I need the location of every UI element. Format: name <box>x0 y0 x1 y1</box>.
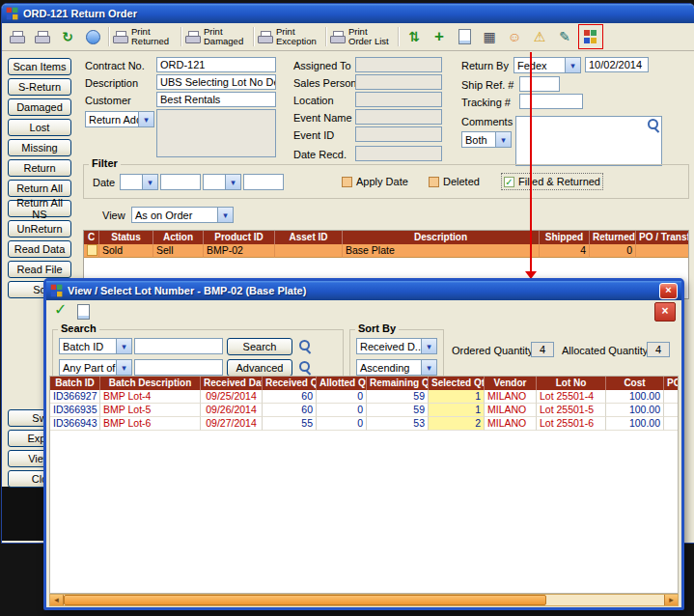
lot-column-header[interactable]: Allotted Qty <box>317 377 367 390</box>
web-icon[interactable] <box>81 25 104 48</box>
advanced-search-input[interactable] <box>134 359 223 376</box>
print-exception-button[interactable]: Print Exception <box>258 25 321 48</box>
printer-icon <box>10 31 25 43</box>
combo-value: Any Part of ... <box>60 362 116 374</box>
alert-icon[interactable]: ⚠ <box>528 25 551 48</box>
contract-field[interactable]: ORD-121 <box>156 57 276 72</box>
scroll-right-arrow[interactable]: ▸ <box>664 595 678 605</box>
order-column-header[interactable]: Status <box>99 231 153 244</box>
smiley-icon[interactable]: ☺ <box>503 25 526 48</box>
order-column-header[interactable]: Asset ID <box>275 231 343 244</box>
search-button[interactable]: Search <box>227 338 292 355</box>
tracking-label: Tracking # <box>461 97 511 108</box>
sidebar-button-s-return[interactable]: S-Return <box>8 78 71 96</box>
lot-column-header[interactable]: Cost <box>606 377 664 390</box>
report-icon[interactable] <box>77 304 90 320</box>
advanced-search-icon[interactable] <box>298 360 312 374</box>
order-column-header[interactable]: C <box>84 231 99 244</box>
lot-cell: 0 <box>317 417 367 431</box>
date-from-combo[interactable]: ▾ <box>120 174 158 190</box>
comments-mode-combo[interactable]: Both ▾ <box>461 131 512 148</box>
select-lot-number-icon[interactable] <box>578 24 603 49</box>
tracking-field[interactable] <box>519 94 583 109</box>
order-column-header[interactable]: Description <box>343 231 540 244</box>
copy-icon[interactable] <box>453 25 476 48</box>
date-to-combo[interactable]: ▾ <box>203 174 241 190</box>
lot-column-header[interactable]: Received Date <box>201 377 263 390</box>
calculator-icon[interactable]: ▦ <box>478 25 501 48</box>
order-column-header[interactable]: Shipped <box>540 231 590 244</box>
filled-returned-checkbox[interactable]: ✓ Filled & Returned <box>504 176 600 187</box>
cancel-button[interactable]: × <box>654 302 676 322</box>
order-column-header[interactable]: Returned <box>590 231 636 244</box>
scrollbar-thumb[interactable] <box>64 595 546 605</box>
horizontal-scrollbar[interactable]: ◂ ▸ <box>49 594 679 606</box>
main-titlebar[interactable]: ORD-121 Return Order <box>2 4 694 23</box>
deleted-checkbox[interactable]: Deleted <box>429 176 480 187</box>
ship-ref-field[interactable] <box>519 76 560 92</box>
edit-icon[interactable]: ✎ <box>553 25 576 48</box>
transfer-icon[interactable]: ⇅ <box>403 25 426 48</box>
print-damaged-button[interactable]: Print Damaged <box>185 25 249 48</box>
dialog-icon <box>51 285 64 297</box>
order-column-header[interactable]: Product ID <box>204 231 275 244</box>
customer-field[interactable]: Best Rentals <box>156 92 276 107</box>
lot-column-header[interactable]: Selected Qty <box>429 377 485 390</box>
comments-box[interactable] <box>515 116 662 166</box>
add-icon[interactable]: + <box>428 25 451 48</box>
search-icon[interactable] <box>298 339 312 352</box>
lot-cell: BMP Lot-5 <box>100 404 201 417</box>
date-from-field[interactable] <box>160 174 201 190</box>
confirm-icon[interactable]: ✓ <box>54 303 67 317</box>
lot-column-header[interactable]: Received Qty <box>263 377 317 390</box>
search-field-combo[interactable]: Batch ID ▾ <box>59 338 132 354</box>
sidebar-button-read-file[interactable]: Read File <box>8 261 71 278</box>
lot-table-row[interactable]: ID366927BMP Lot-409/25/2014600591MILANOL… <box>50 390 678 404</box>
lot-column-header[interactable]: PO <box>664 377 679 390</box>
print-preview-icon[interactable] <box>31 25 54 48</box>
sidebar-button-damaged[interactable]: Damaged <box>8 98 71 116</box>
scroll-left-arrow[interactable]: ◂ <box>50 595 64 605</box>
sort-order-combo[interactable]: Ascending ▾ <box>356 359 437 376</box>
sidebar-button-lost[interactable]: Lost <box>8 119 71 136</box>
contract-label: Contract No. <box>85 60 145 71</box>
lot-table-row[interactable]: ID366935BMP Lot-509/26/2014600591MILANOL… <box>50 404 678 417</box>
order-column-header[interactable]: Action <box>153 231 204 244</box>
sidebar-button-missing[interactable]: Missing <box>8 139 71 156</box>
print-returned-button[interactable]: Print Returned <box>113 25 177 48</box>
search-input[interactable] <box>134 338 223 354</box>
close-button[interactable]: × <box>659 283 678 299</box>
match-type-combo[interactable]: Any Part of ... ▾ <box>59 359 132 376</box>
lot-column-header[interactable]: Lot No <box>537 377 606 390</box>
printer-icon <box>113 31 128 43</box>
sidebar-button-scan-items[interactable]: Scan Items <box>8 58 71 75</box>
refresh-icon[interactable]: ↻ <box>56 25 79 48</box>
sidebar-button-read-data[interactable]: Read Data <box>8 240 71 258</box>
lot-column-header[interactable]: Batch ID <box>50 377 100 390</box>
sidebar-button-return[interactable]: Return <box>8 159 71 177</box>
annotation-arrow-line <box>530 52 532 272</box>
dialog-titlebar[interactable]: View / Select Lot Number - BMP-02 (Base … <box>46 281 681 300</box>
lot-column-header[interactable]: Remaining Qty <box>367 377 429 390</box>
scrollbar-track[interactable] <box>546 595 664 605</box>
return-by-combo[interactable]: Fedex ▾ <box>514 57 581 73</box>
lot-table-row[interactable]: ID366943BMP Lot-609/27/2014550532MILANOL… <box>50 417 678 431</box>
print-icon[interactable] <box>6 25 29 48</box>
print-order-list-button[interactable]: Print Order List <box>330 25 394 48</box>
sidebar-button-return-all[interactable]: Return All <box>8 180 71 197</box>
description-field[interactable]: UBS Selecting Lot No Demo <box>156 74 276 90</box>
order-column-header[interactable]: PO / Transf <box>636 231 689 244</box>
sidebar-button-return-all-ns[interactable]: Return All NS <box>8 200 71 217</box>
search-icon[interactable] <box>647 118 660 131</box>
lot-column-header[interactable]: Batch Description <box>100 377 201 390</box>
order-table-row[interactable]: SoldSellBMP-02Base Plate40 <box>84 244 688 258</box>
view-combo[interactable]: As on Order ▾ <box>131 207 234 223</box>
sidebar-button-unreturn[interactable]: UnReturn <box>8 220 71 238</box>
sort-field-combo[interactable]: Received D... ▾ <box>356 338 437 354</box>
apply-date-checkbox[interactable]: Apply Date <box>342 176 408 187</box>
advanced-button[interactable]: Advanced <box>227 359 292 377</box>
lot-column-header[interactable]: Vendor <box>485 377 537 390</box>
date-to-field[interactable] <box>243 174 284 190</box>
return-addr-combo[interactable]: Return Addr ▾ <box>85 111 154 127</box>
return-date-field[interactable]: 10/02/2014 <box>585 57 649 72</box>
